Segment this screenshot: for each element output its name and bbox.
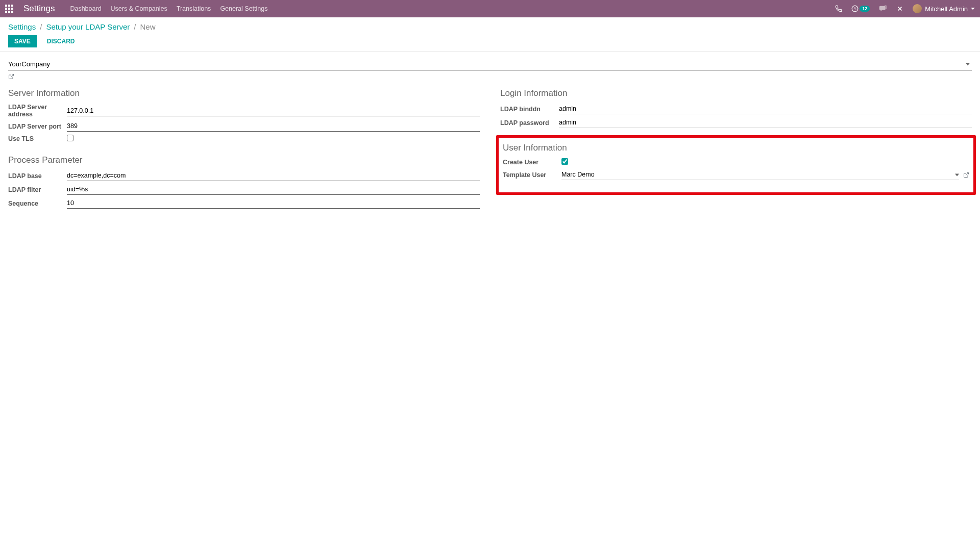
label-use-tls: Use TLS [8, 135, 67, 142]
field-ldap-filter: LDAP filter [8, 184, 480, 195]
label-ldap-filter: LDAP filter [8, 186, 67, 193]
label-ldap-binddn: LDAP binddn [500, 106, 559, 113]
breadcrumb-ldap[interactable]: Setup your LDAP Server [46, 22, 130, 31]
breadcrumb-settings[interactable]: Settings [8, 22, 36, 31]
label-ldap-port: LDAP Server port [8, 123, 67, 130]
breadcrumb-sep: / [134, 22, 136, 31]
field-create-user: Create User [503, 158, 969, 166]
company-select[interactable] [8, 58, 972, 70]
input-ldap-password[interactable] [559, 117, 972, 128]
input-ldap-base[interactable] [67, 170, 480, 181]
field-sequence: Sequence [8, 198, 480, 209]
activity-badge: 12 [860, 6, 870, 12]
label-template-user: Template User [503, 171, 561, 179]
field-ldap-port: LDAP Server port [8, 121, 480, 132]
nav-dashboard[interactable]: Dashboard [70, 5, 101, 12]
nav-general-settings[interactable]: General Settings [220, 5, 267, 12]
server-info-title: Server Information [8, 88, 480, 98]
external-link-icon[interactable] [963, 172, 969, 178]
close-icon[interactable] [896, 5, 903, 12]
field-ldap-password: LDAP password [500, 117, 972, 128]
user-info-section: User Information Create User Template Us… [503, 143, 969, 180]
highlight-box: User Information Create User Template Us… [496, 135, 976, 195]
login-info-section: Login Information LDAP binddn LDAP passw… [500, 88, 972, 128]
input-ldap-binddn[interactable] [559, 104, 972, 114]
process-param-section: Process Parameter LDAP base LDAP filter … [8, 155, 480, 209]
process-param-title: Process Parameter [8, 155, 480, 165]
input-ldap-filter[interactable] [67, 184, 480, 195]
checkbox-use-tls[interactable] [67, 135, 74, 141]
label-ldap-password: LDAP password [500, 119, 559, 127]
breadcrumb: Settings / Setup your LDAP Server / New [8, 22, 972, 31]
checkbox-create-user[interactable] [561, 158, 568, 165]
breadcrumb-current: New [140, 22, 156, 31]
phone-icon[interactable] [835, 5, 842, 12]
discard-button[interactable]: DISCARD [43, 35, 79, 47]
app-brand[interactable]: Settings [23, 4, 55, 14]
field-use-tls: Use TLS [8, 135, 480, 143]
svg-line-3 [11, 74, 14, 78]
user-info-title: User Information [503, 143, 969, 153]
breadcrumb-sep: / [40, 22, 42, 31]
nav-menu: Dashboard Users & Companies Translations… [70, 5, 267, 12]
action-buttons: SAVE DISCARD [8, 35, 972, 47]
field-ldap-address: LDAP Server address [8, 104, 480, 118]
chevron-down-icon [971, 8, 975, 10]
external-link-icon[interactable] [8, 73, 14, 80]
company-select-wrapper [8, 58, 972, 70]
label-ldap-address: LDAP Server address [8, 104, 67, 118]
field-ldap-base: LDAP base [8, 170, 480, 181]
label-sequence: Sequence [8, 200, 67, 207]
save-button[interactable]: SAVE [8, 35, 37, 47]
input-sequence[interactable] [67, 198, 480, 209]
left-column: Server Information LDAP Server address L… [8, 88, 480, 221]
control-panel: Settings / Setup your LDAP Server / New … [0, 17, 980, 52]
form-view: Server Information LDAP Server address L… [0, 52, 980, 236]
right-column: Login Information LDAP binddn LDAP passw… [500, 88, 972, 221]
topbar: Settings Dashboard Users & Companies Tra… [0, 0, 980, 17]
input-ldap-address[interactable] [67, 106, 480, 116]
field-template-user: Template User [503, 169, 969, 180]
activity-icon[interactable]: 12 [851, 5, 870, 12]
input-ldap-port[interactable] [67, 121, 480, 132]
topbar-right: 12 Mitchell Admin [835, 4, 975, 13]
avatar [913, 4, 922, 13]
input-template-user[interactable] [561, 169, 959, 180]
label-ldap-base: LDAP base [8, 172, 67, 180]
login-info-title: Login Information [500, 88, 972, 98]
topbar-left: Settings Dashboard Users & Companies Tra… [5, 4, 267, 14]
field-ldap-binddn: LDAP binddn [500, 104, 972, 114]
apps-icon[interactable] [5, 5, 13, 13]
nav-translations[interactable]: Translations [177, 5, 211, 12]
user-menu[interactable]: Mitchell Admin [913, 4, 975, 13]
messages-icon[interactable] [879, 5, 887, 12]
form-columns: Server Information LDAP Server address L… [8, 88, 972, 221]
company-row [8, 58, 972, 81]
user-name: Mitchell Admin [925, 5, 968, 13]
nav-users-companies[interactable]: Users & Companies [111, 5, 167, 12]
svg-line-4 [966, 172, 969, 176]
server-info-section: Server Information LDAP Server address L… [8, 88, 480, 143]
label-create-user: Create User [503, 159, 561, 166]
